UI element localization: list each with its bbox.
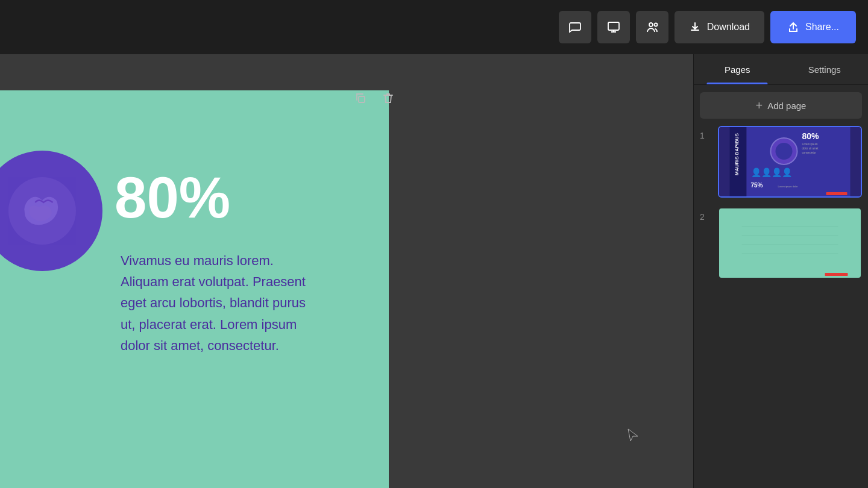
tab-settings[interactable]: Settings [781,54,869,84]
copy-element-button[interactable] [350,87,371,109]
comment-icon [568,20,582,34]
settings-tab-label: Settings [808,64,841,75]
canvas-area[interactable]: 80% Vivamus eu mauris lorem. Aliquam era… [0,54,693,488]
pages-tab-label: Pages [725,64,750,75]
plus-icon: + [756,99,763,113]
brain-icon [0,169,84,253]
header: Download Share... [0,0,868,54]
right-panel: Pages Settings + Add page 1 [693,54,868,488]
svg-rect-18 [826,192,848,195]
page-number-1: 1 [700,126,712,140]
page-thumbnail-1[interactable]: MAURIS DAPIBUS 80% Lorem ipsum dolor sit… [718,126,862,198]
comment-button[interactable] [559,11,591,43]
svg-text:consectetur: consectetur [802,151,817,154]
present-icon [607,20,620,34]
share-button[interactable]: Share... [770,11,856,43]
add-page-button[interactable]: + Add page [700,92,862,119]
panel-tabs: Pages Settings [694,54,868,85]
main-area: 80% Vivamus eu mauris lorem. Aliquam era… [0,54,868,488]
download-label: Download [707,22,750,33]
slide-canvas[interactable]: 80% Vivamus eu mauris lorem. Aliquam era… [0,90,389,488]
brain-decoration [0,151,102,271]
svg-point-2 [654,23,657,27]
svg-text:Lorem ipsum: Lorem ipsum [802,143,818,146]
svg-rect-3 [359,96,365,102]
download-icon [689,21,701,33]
percent-stat: 80% [115,169,230,227]
svg-text:Lorem ipsum dolor: Lorem ipsum dolor [778,185,799,188]
svg-text:👤👤👤👤: 👤👤👤👤 [751,167,793,178]
mouse-cursor [627,428,639,440]
copy-icon [354,92,366,104]
slide-body-text: Vivamus eu mauris lorem. Aliquam erat vo… [121,250,313,356]
tab-pages[interactable]: Pages [694,54,781,84]
svg-text:75%: 75% [751,182,763,189]
download-button[interactable]: Download [675,11,764,43]
svg-text:dolor sit amet: dolor sit amet [802,147,819,150]
svg-rect-24 [825,273,848,276]
svg-rect-19 [730,208,851,278]
svg-rect-0 [608,22,619,30]
people-icon [646,20,659,34]
add-page-label: Add page [767,101,806,111]
page-item-2: 2 [700,207,862,279]
share-label: Share... [805,22,839,33]
trash-icon [382,92,394,104]
pages-list: 1 MAURIS DAPIBUS [694,126,868,488]
canvas-toolbar [350,87,399,109]
page-number-2: 2 [700,207,712,222]
present-button[interactable] [597,11,630,43]
svg-point-1 [649,23,653,27]
people-button[interactable] [636,11,668,43]
thumbnail-preview-1: MAURIS DAPIBUS 80% Lorem ipsum dolor sit… [719,127,861,196]
thumbnail-preview-2 [719,208,861,278]
delete-element-button[interactable] [377,87,399,109]
svg-text:80%: 80% [802,131,820,141]
page-item-1: 1 MAURIS DAPIBUS [700,126,862,198]
svg-text:MAURIS DAPIBUS: MAURIS DAPIBUS [734,133,740,175]
share-icon [787,21,799,33]
svg-point-10 [776,143,793,160]
page-thumbnail-2[interactable] [718,207,862,279]
